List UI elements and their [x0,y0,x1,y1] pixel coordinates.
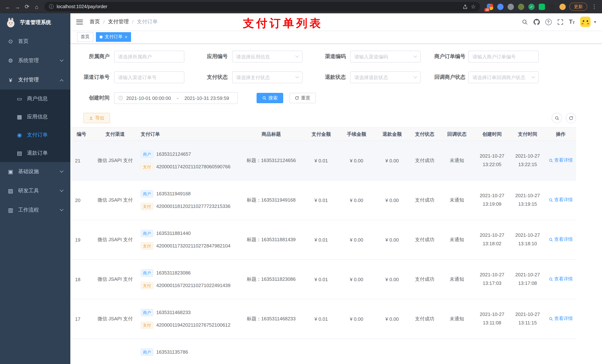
app-no-field[interactable] [236,54,294,59]
share-icon[interactable] [462,4,468,10]
reset-button[interactable]: 重置 [289,93,316,103]
refresh-table-button[interactable] [566,113,576,123]
extension-colorful-icon[interactable]: 10 [487,3,493,10]
filter-label: 所属商户 [80,53,114,60]
notify-status-field[interactable] [473,74,530,80]
reload-icon[interactable]: ⟳ [22,2,32,11]
sidebar-item-devtools[interactable]: ▨ 研发工具 [0,181,70,200]
sidebar-item-home[interactable]: ⊙ 首页 [0,32,70,51]
browser-menu-icon[interactable]: ⋮ [589,2,599,11]
extension-olive-icon[interactable] [518,3,524,10]
title-prefix: 标题： [247,316,261,322]
tab-home[interactable]: 首页 [77,32,93,42]
column-header-title: 商品标题 [239,127,304,141]
sidebar: 芋道管理系统 ⊙ 首页 ⚙ 系统管理 ¥ 支付管理 [0,13,70,364]
create-time: 13:22:05 [474,161,510,169]
sidebar-item-system[interactable]: ⚙ 系统管理 [0,51,70,70]
view-detail-link[interactable]: 查看详情 [549,316,573,322]
pay-status-select[interactable] [232,71,302,83]
app-no-select[interactable] [232,51,302,62]
search-icon [554,116,559,120]
export-button[interactable]: 导出 [83,113,110,123]
address-bar[interactable]: ⓘ localhost:1024/pay/order ☆ [44,2,480,11]
github-icon[interactable] [533,19,540,25]
title-value: 1635311823086 [261,276,296,282]
notify-status-select[interactable] [468,71,539,83]
sidebar-item-workflow[interactable]: ▥ 工作流程 [0,200,70,220]
forward-icon[interactable]: → [13,2,22,11]
site-info-icon[interactable]: ⓘ [49,3,54,10]
sidebar-toggle-icon[interactable] [76,20,83,24]
date-separator: - [174,95,182,101]
browser-toolbar: ← → ⟳ ⌂ ⓘ localhost:1024/pay/order ☆ 10 … [0,0,602,13]
sidebar-item-app-info[interactable]: ▦ 应用信息 [0,108,70,126]
search-icon [549,198,553,202]
user-avatar[interactable] [580,17,591,27]
refund-doc-icon: ▤ [16,150,22,156]
owner-merchant-input[interactable] [114,51,184,62]
cell-order: 商户 163531135786 [138,339,239,364]
date-range-picker[interactable]: 2021-10-01 00:00:00 - 2021-10-31 23:59:5… [114,92,238,104]
sidebar-item-merchant-info[interactable]: ▭ 商户信息 [0,90,70,108]
back-icon[interactable]: ← [3,2,13,11]
cell-id: 20 [70,180,93,220]
merchant-order-no: 1635311881440 [156,230,191,237]
sidebar-item-payment[interactable]: ¥ 支付管理 [0,70,70,90]
extension-check-icon[interactable]: ✓ [528,3,535,10]
pay-tag: 支付 [141,322,153,329]
fullscreen-icon[interactable] [557,19,563,25]
owner-merchant-field[interactable] [118,54,180,59]
sidebar-item-label: 支付管理 [18,77,39,83]
chevron-down-icon[interactable]: ▾ [594,20,596,24]
search-icon[interactable] [521,19,528,25]
extension-face-icon[interactable] [559,3,566,10]
extension-gray-icon[interactable] [508,3,514,10]
refund-status-field[interactable] [354,74,412,80]
pay-order-no: 4200001181202110277723215336 [156,203,230,210]
cell-create-time: 2021-10-27 13:18:02 [474,220,510,260]
sidebar-item-infrastructure[interactable]: ▣ 基础设施 [0,162,70,181]
chevron-down-icon [60,58,64,62]
font-size-icon[interactable]: TT [569,19,575,25]
cell-actions: 查看详情 [545,220,576,260]
search-button[interactable]: 搜索 [257,93,283,103]
channel-order-no-field[interactable] [118,74,180,80]
channel-code-field[interactable] [354,54,412,59]
cell-id: 21 [70,141,93,180]
help-icon[interactable]: ? [545,19,551,25]
cell-channel: 微信 JSAPI 支付 [93,141,138,180]
view-detail-link[interactable]: 查看详情 [549,197,573,203]
cell-refund [374,339,410,364]
channel-order-no-input[interactable] [114,71,184,83]
toggle-search-button[interactable] [552,113,562,123]
breadcrumb-home[interactable]: 首页 [90,19,100,25]
breadcrumb-separator: / [103,19,105,25]
sidebar-item-label: 商户信息 [27,95,48,102]
chevron-down-icon [60,169,64,172]
browser-update-button[interactable]: 更新 [570,3,587,11]
breadcrumb-payment[interactable]: 支付管理 [108,19,129,25]
cell-title: 标题：1635312124656 [239,141,304,180]
filter-label: 渠道订单号 [80,74,114,81]
refund-status-select[interactable] [350,71,420,83]
home-icon[interactable]: ⌂ [32,2,42,11]
close-icon[interactable]: × [125,35,127,39]
merchant-order-no-field[interactable] [473,54,535,59]
view-detail-link[interactable]: 查看详情 [549,276,573,282]
extension-green-book-icon[interactable] [539,3,545,10]
view-detail-link[interactable]: 查看详情 [549,237,573,243]
filter-merchant-order-no: 商户订单编号 [434,51,539,62]
pay-status-field[interactable] [236,74,294,80]
sidebar-item-pay-orders[interactable]: ◉ 支付订单 [0,126,70,144]
extension-dark-icon[interactable] [549,3,555,10]
merchant-order-no-input[interactable] [468,51,539,62]
channel-code-select[interactable] [350,51,420,62]
app-logo[interactable]: 芋道管理系统 [0,13,70,32]
pay-time: 13:19:15 [510,200,545,209]
tab-pay-orders[interactable]: 支付订单 × [96,32,131,42]
cell-pay-time: 2021-10-27 13:17:08 [510,260,545,299]
view-detail-link[interactable]: 查看详情 [549,157,573,164]
extension-blue-icon[interactable] [497,3,504,10]
bookmark-star-icon[interactable]: ☆ [471,3,476,10]
sidebar-item-refund-orders[interactable]: ▤ 退款订单 [0,144,70,162]
